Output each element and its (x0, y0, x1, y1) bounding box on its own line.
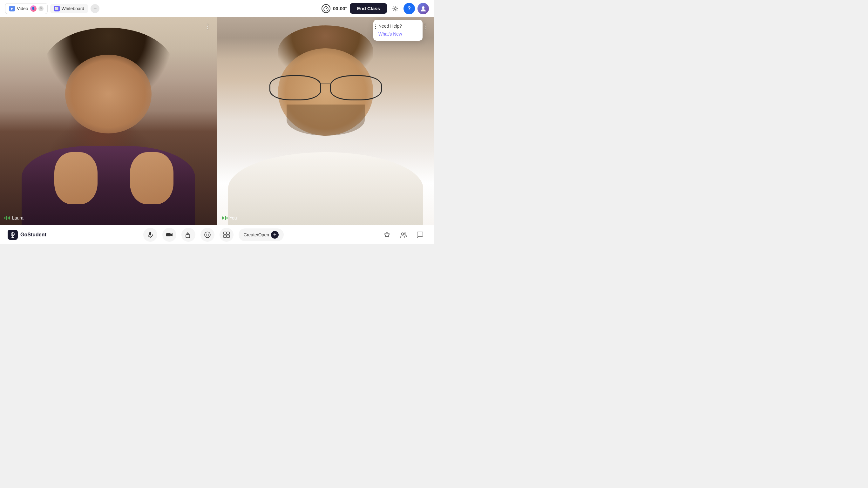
svg-line-2 (326, 8, 327, 9)
svg-rect-10 (166, 233, 170, 236)
settings-button[interactable] (390, 3, 401, 14)
layout-button[interactable] (220, 228, 234, 242)
left-video-label: Laura (4, 215, 24, 220)
help-icon: ? (408, 6, 411, 11)
share-button[interactable] (181, 228, 195, 242)
timer-icon (321, 4, 331, 13)
left-video-options[interactable]: ⋮ (203, 22, 212, 30)
help-dropdown: Need Help? What's New (373, 20, 423, 41)
tab-whiteboard[interactable]: ⬜ Whiteboard (50, 4, 88, 13)
svg-rect-15 (224, 232, 226, 235)
timer-display: 00:00" (333, 6, 347, 11)
favorite-button[interactable] (381, 228, 393, 241)
chat-button[interactable] (414, 228, 426, 241)
create-open-label: Create/Open (244, 232, 269, 237)
whiteboard-tab-icon: ⬜ (54, 6, 60, 11)
whiteboard-tab-label: Whiteboard (62, 6, 85, 11)
gostudent-logo: GoStudent (8, 230, 46, 240)
camera-button[interactable] (162, 228, 176, 242)
svg-rect-18 (227, 235, 229, 238)
whats-new-link[interactable]: What's New (378, 31, 402, 36)
right-area-options[interactable]: ⋮ (371, 22, 380, 30)
logo-icon (8, 230, 18, 240)
create-open-plus-icon: + (271, 231, 279, 239)
svg-point-14 (208, 234, 209, 234)
create-open-button[interactable]: Create/Open + (239, 228, 284, 241)
svg-point-12 (205, 232, 210, 238)
help-button[interactable]: ? (403, 3, 415, 14)
svg-point-20 (404, 233, 406, 234)
tab-video[interactable]: ▶ Video 👤 ✕ (5, 3, 48, 14)
svg-point-5 (422, 6, 425, 9)
left-person-overlay (0, 17, 217, 225)
svg-point-13 (206, 234, 207, 234)
video-pane-left: ⋮ Laura (0, 17, 217, 225)
video-tab-close[interactable]: ✕ (38, 6, 43, 11)
svg-rect-16 (227, 232, 229, 235)
right-video-name: You (229, 215, 237, 220)
user-avatar-button[interactable] (417, 3, 429, 14)
right-audio-waves (222, 216, 227, 220)
video-tab-icon: ▶ (9, 6, 15, 11)
mic-button[interactable] (143, 228, 157, 242)
end-class-button[interactable]: End Class (350, 3, 387, 14)
right-person-overlay (217, 17, 434, 225)
top-bar: ▶ Video 👤 ✕ ⬜ Whiteboard + 00:00" End C (0, 0, 434, 17)
left-video-name: Laura (12, 215, 24, 220)
logo-label: GoStudent (20, 232, 46, 238)
bottom-center-controls: Create/Open + (46, 228, 381, 242)
svg-rect-7 (149, 232, 151, 236)
video-tab-label: Video (17, 6, 28, 11)
bottom-right-controls (381, 228, 426, 241)
add-tab-button[interactable]: + (91, 4, 99, 13)
svg-rect-17 (224, 235, 226, 238)
svg-rect-11 (186, 235, 190, 238)
help-dropdown-title: Need Help? (378, 24, 417, 29)
emoji-button[interactable] (200, 228, 214, 242)
svg-point-19 (402, 233, 404, 235)
video-pane-right: ⋮ You (217, 17, 434, 225)
svg-point-4 (394, 8, 396, 9)
video-tab-avatar: 👤 (30, 5, 36, 12)
video-area: ⋮ Laura (0, 17, 434, 225)
left-audio-waves (4, 216, 10, 220)
timer-area: 00:00" (321, 4, 347, 13)
participants-button[interactable] (397, 228, 410, 241)
bottom-bar: GoStudent (0, 225, 434, 244)
right-video-label: You (222, 215, 237, 220)
